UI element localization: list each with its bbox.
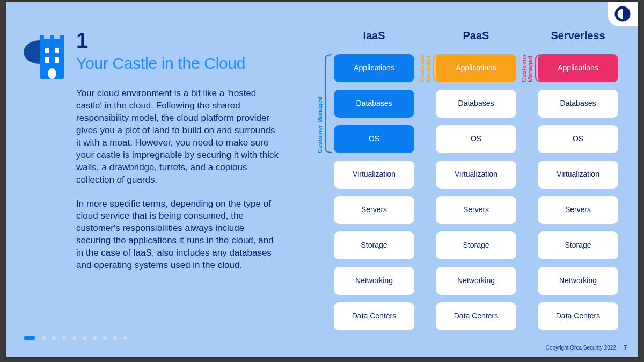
pagination-dot[interactable] [83,336,86,340]
svg-rect-7 [55,48,59,53]
page-number: 7 [624,344,627,351]
customer-managed-label: Customer Managed [317,54,323,153]
layer-cell: Data Centers [436,302,516,330]
column-paas: PaaSCustomer ManagedApplicationsDatabase… [436,30,516,330]
column-iaas: IaaSCustomer ManagedApplicationsDatabase… [334,30,414,330]
pagination-dot[interactable] [123,336,127,340]
svg-rect-5 [60,35,64,41]
column-title: IaaS [334,30,414,41]
orca-logo-icon [614,6,631,22]
layer-cell: OS [436,125,516,153]
section-number: 1 [76,30,280,51]
pagination-dot[interactable] [103,336,107,340]
layer-cell: Virtualization [538,161,618,189]
layer-cell: Data Centers [538,302,618,330]
layer-cell: Virtualization [334,161,414,189]
pagination-dot[interactable] [62,336,66,340]
customer-managed-label: Customer Managed [419,54,431,82]
svg-rect-3 [40,35,44,41]
svg-rect-6 [45,48,49,53]
layer-cell: Storage [334,231,414,259]
pagination-dot[interactable] [24,336,35,340]
pagination-dot[interactable] [52,336,56,340]
pagination-dot[interactable] [113,336,117,340]
castle-cloud-icon [23,30,71,85]
layer-cell: Databases [538,90,618,118]
layer-cell: Virtualization [436,161,516,189]
layer-cell: Applications [538,54,618,82]
paragraph-2: In more specific terms, depending on the… [76,198,280,272]
pagination-dot[interactable] [72,336,76,340]
svg-rect-10 [48,68,56,79]
layer-cell: Networking [436,267,516,295]
customer-managed-bracket: Customer Managed [521,54,542,82]
pagination-dots [24,336,127,340]
layer-cell: Databases [436,90,516,118]
layer-cell: Applications [334,54,414,82]
slide-page: 1 Your Castle in the Cloud Your cloud en… [6,2,638,357]
pagination-dot[interactable] [93,336,97,340]
layer-cell: Networking [538,267,618,295]
bracket-icon [433,54,440,82]
layer-cell: Data Centers [334,302,414,330]
page-title: Your Castle in the Cloud [76,54,280,73]
layer-cell: Storage [436,231,516,259]
pagination-dot[interactable] [42,336,46,340]
left-content: 1 Your Castle in the Cloud Your cloud en… [23,30,280,284]
svg-rect-8 [45,57,49,63]
svg-rect-9 [55,57,59,63]
layer-stack: ApplicationsDatabasesOSVirtualizationSer… [538,54,618,330]
customer-managed-bracket: Customer Managed [317,54,332,153]
svg-rect-4 [50,35,54,41]
column-title: PaaS [436,30,516,41]
layer-cell: Storage [538,231,618,259]
layer-cell: Servers [538,196,618,224]
footer: Copyright Orca Security 2022 7 [546,344,627,351]
column-serverless: ServerlessCustomer ManagedApplicationsDa… [538,30,618,330]
layer-cell: OS [538,125,618,153]
layer-cell: OS [334,125,414,153]
layer-stack: ApplicationsDatabasesOSVirtualizationSer… [334,54,414,330]
layer-cell: Servers [436,196,516,224]
body-text: Your cloud environment is a bit like a '… [76,88,280,272]
copyright-text: Copyright Orca Security 2022 [546,345,616,351]
bracket-icon [535,54,542,82]
layer-cell: Networking [334,267,414,295]
bracket-icon [324,54,332,153]
layer-stack: ApplicationsDatabasesOSVirtualizationSer… [436,54,516,330]
layer-cell: Databases [334,90,414,118]
layer-cell: Applications [436,54,516,82]
layer-cell: Servers [334,196,414,224]
model-grid: IaaSCustomer ManagedApplicationsDatabase… [334,30,618,330]
paragraph-1: Your cloud environment is a bit like a '… [76,88,280,186]
customer-managed-bracket: Customer Managed [419,54,440,82]
column-title: Serverless [538,30,618,41]
logo-badge [608,2,638,26]
customer-managed-label: Customer Managed [521,54,533,82]
